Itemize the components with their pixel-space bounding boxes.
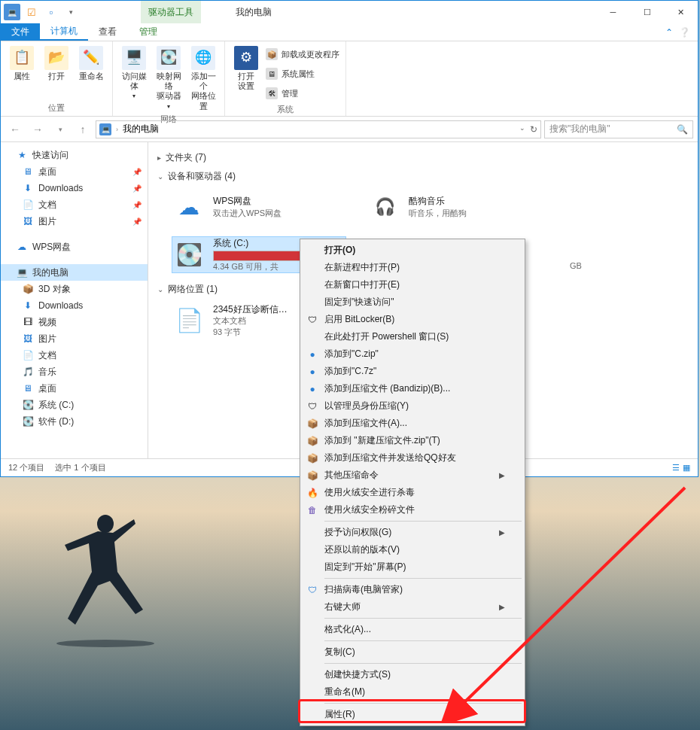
cm-previous-versions[interactable]: 还原以前的版本(V) (302, 541, 523, 558)
qat-properties-icon[interactable]: ☑ (23, 4, 40, 20)
chevron-down-icon: ⌄ (157, 285, 163, 294)
system-group-label: 系统 (231, 102, 339, 117)
properties-button[interactable]: 📋属性 (7, 44, 37, 81)
manage-button[interactable]: 🛠管理 (266, 85, 339, 102)
map-drive-button[interactable]: 💽映射网络 驱动器▾ (154, 44, 184, 110)
sidebar-quick-access[interactable]: ★快速访问 (1, 147, 148, 163)
pictures-icon: 🖼 (22, 333, 34, 345)
folders-header[interactable]: ▸文件夹 (7) (157, 148, 689, 167)
sidebar-item-desktop[interactable]: 🖥桌面📌 (1, 163, 148, 180)
add-network-location-button[interactable]: 🌐添加一个 网络位置 (188, 44, 218, 111)
sidebar-item-3dobjects[interactable]: 📦3D 对象 (1, 281, 148, 297)
sidebar-item-drive-d[interactable]: 💽软件 (D:) (1, 413, 148, 430)
back-button[interactable]: ← (5, 120, 25, 139)
location-group-label: 位置 (7, 100, 106, 116)
minimize-button[interactable]: ─ (596, 2, 630, 23)
sidebar-item-downloads[interactable]: ⬇Downloads📌 (1, 180, 148, 196)
search-input[interactable]: 搜索"我的电脑" 🔍 (544, 120, 693, 138)
cm-grant-access[interactable]: 授予访问权限(G)▶ (302, 524, 523, 541)
cm-add-send-qq[interactable]: 📦添加到压缩文件并发送给QQ好友 (302, 449, 523, 467)
item-wps[interactable]: ☁ WPS网盘双击进入WPS网盘 (172, 190, 345, 224)
pc-icon: 💻 (16, 266, 28, 278)
view-tab[interactable]: 查看 (88, 23, 127, 41)
search-placeholder: 搜索"我的电脑" (549, 123, 610, 135)
sidebar-item-pictures[interactable]: 🖼图片📌 (1, 213, 148, 230)
manage-tab[interactable]: 管理 (129, 23, 168, 41)
cm-add-archive-new[interactable]: 📦添加到 "新建压缩文件.zip"(T) (302, 432, 523, 449)
cm-create-shortcut[interactable]: 创建快捷方式(S) (302, 666, 523, 683)
sidebar-item-music[interactable]: 🎵音乐 (1, 363, 148, 380)
item-kugou[interactable]: 🎧 酷狗音乐听音乐，用酷狗 (368, 190, 541, 224)
sidebar-item-drive-c[interactable]: 💽系统 (C:) (1, 397, 148, 413)
devices-header[interactable]: ⌄设备和驱动器 (4) (157, 167, 689, 186)
archive-icon: 📦 (306, 470, 318, 482)
cm-add-archive-a[interactable]: 📦添加到压缩文件(A)... (302, 415, 523, 432)
cm-add-czip[interactable]: ●添加到"C.zip" (302, 345, 523, 363)
star-icon: ★ (16, 149, 28, 161)
sidebar-item-documents[interactable]: 📄文档📌 (1, 196, 148, 213)
forward-button[interactable]: → (28, 120, 47, 139)
chevron-right-icon: ▶ (499, 471, 505, 479)
qat-dropdown-icon[interactable]: ▾ (62, 4, 79, 20)
address-bar[interactable]: 💻 › 我的电脑 ⌄ ↻ (96, 120, 541, 138)
sidebar-item-desktop2[interactable]: 🖥桌面 (1, 380, 148, 397)
cm-other-compress[interactable]: 📦其他压缩命令▶ (302, 467, 523, 484)
refresh-icon[interactable]: ↻ (530, 124, 537, 135)
cm-open-new-window[interactable]: 在新窗口中打开(E) (302, 276, 523, 294)
sidebar-item-pictures2[interactable]: 🖼图片 (1, 330, 148, 347)
address-dropdown-icon[interactable]: ⌄ (519, 124, 525, 135)
cm-copy[interactable]: 复制(C) (302, 643, 523, 661)
cm-powershell[interactable]: 在此处打开 Powershell 窗口(S) (302, 328, 523, 345)
archive-icon: 📦 (306, 435, 318, 447)
access-media-button[interactable]: 🖥️访问媒体▾ (119, 44, 149, 100)
help-icon[interactable]: ❔ (679, 27, 690, 38)
chevron-down-icon: ⌄ (157, 172, 163, 181)
maximize-button[interactable]: ☐ (630, 2, 664, 23)
recent-dropdown[interactable]: ▾ (50, 120, 70, 139)
cm-huorong-shred[interactable]: 🗑使用火绒安全粉碎文件 (302, 501, 523, 519)
pin-icon: 📌 (132, 168, 142, 176)
cm-huorong-scan[interactable]: 🔥使用火绒安全进行杀毒 (302, 484, 523, 501)
cm-pcmanager-scan[interactable]: 🛡扫描病毒(电脑管家) (302, 581, 523, 598)
flame-icon: 🔥 (306, 487, 318, 499)
close-button[interactable]: ✕ (664, 2, 698, 23)
pc-manager-icon: 🛡 (306, 584, 318, 596)
search-icon[interactable]: 🔍 (677, 124, 688, 135)
system-properties-button[interactable]: 🖥系统属性 (266, 65, 339, 82)
documents-icon: 📄 (22, 199, 34, 211)
sidebar-item-downloads2[interactable]: ⬇Downloads (1, 297, 148, 314)
sidebar-item-videos[interactable]: 🎞视频 (1, 314, 148, 330)
titlebar: 💻 ☑ ▫ ▾ 驱动器工具 我的电脑 ─ ☐ ✕ (1, 1, 698, 23)
cm-pin-quick[interactable]: 固定到"快速访问" (302, 294, 523, 311)
cm-add-c7z[interactable]: ●添加到"C.7z" (302, 363, 523, 380)
rename-button[interactable]: ✏️重命名 (76, 44, 106, 81)
cm-pin-start[interactable]: 固定到"开始"屏幕(P) (302, 558, 523, 576)
cm-open-new-process[interactable]: 在新进程中打开(P) (302, 259, 523, 276)
open-button[interactable]: 📂打开 (41, 44, 72, 81)
sidebar-this-pc[interactable]: 💻我的电脑 (1, 264, 148, 281)
cm-rename[interactable]: 重命名(M) (302, 683, 523, 701)
video-icon: 🎞 (22, 316, 34, 328)
cm-bitlocker[interactable]: 🛡启用 BitLocker(B) (302, 311, 523, 328)
archive-icon: 📦 (306, 452, 318, 464)
up-button[interactable]: ↑ (73, 120, 93, 139)
sidebar-item-documents2[interactable]: 📄文档 (1, 347, 148, 363)
cm-format[interactable]: 格式化(A)... (302, 621, 523, 638)
tiles-view-icon[interactable]: ▦ (683, 463, 690, 473)
cube-icon: 📦 (22, 283, 34, 295)
cm-right-master[interactable]: 右键大师▶ (302, 598, 523, 616)
cm-open[interactable]: 打开(O) (302, 242, 523, 259)
computer-tab[interactable]: 计算机 (40, 23, 88, 41)
uninstall-change-button[interactable]: 📦卸载或更改程序 (266, 46, 339, 62)
cm-bandizip[interactable]: ●添加到压缩文件 (Bandizip)(B)... (302, 380, 523, 397)
ribbon-collapse-icon[interactable]: ⌃ (665, 27, 673, 38)
file-tab[interactable]: 文件 (1, 23, 40, 41)
cloud-icon: ☁ (172, 190, 205, 224)
cm-properties[interactable]: 属性(R) (302, 706, 523, 723)
sidebar-wps[interactable]: ☁WPS网盘 (1, 239, 148, 255)
cm-admin-compress[interactable]: 🛡以管理员身份压缩(Y) (302, 397, 523, 415)
open-settings-button[interactable]: ⚙打开 设置 (231, 44, 261, 91)
chevron-right-icon: ▶ (499, 528, 505, 537)
qat-new-icon[interactable]: ▫ (43, 4, 59, 20)
details-view-icon[interactable]: ☰ (672, 463, 680, 473)
